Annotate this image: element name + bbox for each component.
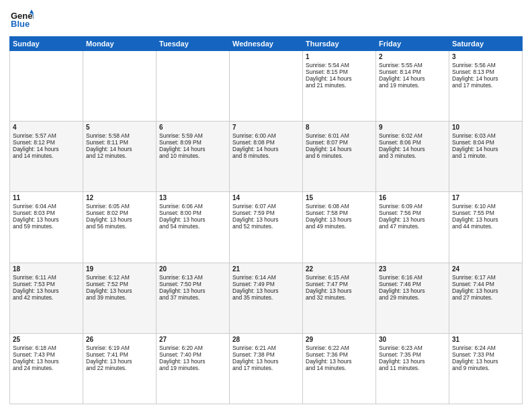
logo-icon: General Blue (9, 7, 34, 31)
calendar-cell: 30Sunrise: 6:23 AMSunset: 7:35 PMDayligh… (376, 333, 449, 404)
day-detail: Sunrise: 6:22 AM (306, 345, 373, 351)
day-detail: Sunset: 8:13 PM (452, 68, 519, 75)
day-number: 6 (159, 124, 226, 131)
day-detail: Sunrise: 6:23 AM (379, 345, 446, 351)
logo: General Blue (9, 7, 34, 31)
day-detail: Sunrise: 6:00 AM (232, 132, 300, 139)
calendar-cell: 28Sunrise: 6:21 AMSunset: 7:38 PMDayligh… (230, 333, 303, 404)
calendar-week-row: 25Sunrise: 6:18 AMSunset: 7:43 PMDayligh… (10, 333, 523, 404)
day-number: 15 (306, 194, 373, 201)
day-detail: Sunset: 8:03 PM (13, 210, 80, 216)
day-detail: and 21 minutes. (306, 82, 373, 89)
day-detail: and 10 minutes. (159, 152, 226, 159)
day-detail: Sunrise: 6:18 AM (13, 345, 80, 351)
day-detail: and 22 minutes. (86, 365, 153, 371)
calendar-cell: 26Sunrise: 6:19 AMSunset: 7:41 PMDayligh… (83, 333, 157, 404)
calendar-day-header: Monday (83, 37, 157, 51)
day-detail: Sunrise: 6:01 AM (306, 132, 373, 139)
day-number: 8 (306, 124, 373, 131)
day-detail: Sunrise: 6:03 AM (452, 132, 519, 139)
day-detail: and 17 minutes. (452, 82, 519, 89)
page: General Blue SundayMondayTuesdayWednesda… (0, 0, 532, 411)
day-number: 25 (13, 336, 80, 343)
day-detail: Sunset: 7:43 PM (13, 351, 80, 358)
day-detail: Sunrise: 6:05 AM (86, 203, 153, 210)
day-detail: Sunset: 7:44 PM (452, 281, 519, 287)
day-detail: Sunrise: 5:54 AM (306, 62, 373, 68)
day-detail: Sunrise: 6:07 AM (232, 203, 300, 210)
day-number: 20 (159, 265, 226, 273)
calendar-cell: 17Sunrise: 6:10 AMSunset: 7:55 PMDayligh… (449, 192, 523, 263)
day-detail: Sunrise: 6:17 AM (452, 274, 519, 281)
day-number: 31 (452, 336, 519, 343)
day-detail: Daylight: 14 hours (306, 75, 373, 82)
day-detail: Sunrise: 6:20 AM (159, 345, 226, 351)
day-number: 28 (232, 336, 300, 343)
day-detail: and 52 minutes. (232, 223, 300, 230)
day-detail: and 24 minutes. (13, 365, 80, 371)
calendar-day-header: Sunday (10, 37, 83, 51)
day-number: 14 (232, 194, 300, 201)
calendar-cell: 27Sunrise: 6:20 AMSunset: 7:40 PMDayligh… (157, 333, 230, 404)
day-detail: Sunset: 7:50 PM (159, 281, 226, 287)
day-detail: Daylight: 13 hours (452, 287, 519, 294)
calendar-week-row: 4Sunrise: 5:57 AMSunset: 8:12 PMDaylight… (10, 122, 523, 192)
day-detail: and 8 minutes. (232, 152, 300, 159)
day-detail: Sunset: 7:41 PM (86, 351, 153, 358)
day-detail: Daylight: 14 hours (159, 146, 226, 152)
day-detail: Daylight: 13 hours (232, 216, 300, 223)
calendar-cell: 8Sunrise: 6:01 AMSunset: 8:07 PMDaylight… (303, 122, 376, 192)
day-detail: Sunrise: 6:21 AM (232, 345, 300, 351)
day-detail: and 42 minutes. (13, 294, 80, 301)
day-detail: Sunset: 7:56 PM (379, 210, 446, 216)
day-detail: Sunset: 7:58 PM (306, 210, 373, 216)
day-detail: Daylight: 13 hours (232, 358, 300, 365)
calendar-day-header: Thursday (303, 37, 376, 51)
day-number: 16 (379, 194, 446, 201)
calendar-cell: 5Sunrise: 5:58 AMSunset: 8:11 PMDaylight… (83, 122, 157, 192)
calendar-cell: 31Sunrise: 6:24 AMSunset: 7:33 PMDayligh… (449, 333, 523, 404)
day-detail: and 59 minutes. (13, 223, 80, 230)
day-detail: Daylight: 13 hours (86, 358, 153, 365)
day-detail: and 49 minutes. (306, 223, 373, 230)
calendar-cell: 22Sunrise: 6:15 AMSunset: 7:47 PMDayligh… (303, 263, 376, 333)
day-detail: and 11 minutes. (379, 365, 446, 371)
calendar-cell: 10Sunrise: 6:03 AMSunset: 8:04 PMDayligh… (449, 122, 523, 192)
day-detail: Daylight: 14 hours (452, 146, 519, 152)
day-detail: Daylight: 13 hours (306, 287, 373, 294)
calendar-cell: 3Sunrise: 5:56 AMSunset: 8:13 PMDaylight… (449, 51, 523, 122)
day-detail: Sunrise: 6:15 AM (306, 274, 373, 281)
day-detail: and 19 minutes. (379, 82, 446, 89)
day-detail: Sunset: 8:00 PM (159, 210, 226, 216)
calendar-cell: 16Sunrise: 6:09 AMSunset: 7:56 PMDayligh… (376, 192, 449, 263)
calendar-cell: 24Sunrise: 6:17 AMSunset: 7:44 PMDayligh… (449, 263, 523, 333)
calendar-day-header: Tuesday (157, 37, 230, 51)
day-detail: Sunrise: 6:13 AM (159, 274, 226, 281)
day-detail: and 27 minutes. (452, 294, 519, 301)
day-number: 12 (86, 194, 153, 201)
day-number: 24 (452, 265, 519, 273)
calendar-cell: 29Sunrise: 6:22 AMSunset: 7:36 PMDayligh… (303, 333, 376, 404)
day-detail: Sunset: 7:55 PM (452, 210, 519, 216)
day-number: 11 (13, 194, 80, 201)
calendar-cell: 12Sunrise: 6:05 AMSunset: 8:02 PMDayligh… (83, 192, 157, 263)
day-detail: Sunrise: 6:11 AM (13, 274, 80, 281)
day-detail: Sunset: 8:12 PM (13, 139, 80, 146)
day-detail: and 14 minutes. (13, 152, 80, 159)
day-detail: Sunrise: 6:02 AM (379, 132, 446, 139)
day-detail: Sunset: 7:36 PM (306, 351, 373, 358)
calendar-cell: 14Sunrise: 6:07 AMSunset: 7:59 PMDayligh… (230, 192, 303, 263)
day-detail: Sunset: 7:35 PM (379, 351, 446, 358)
day-detail: and 14 minutes. (306, 365, 373, 371)
day-detail: and 44 minutes. (452, 223, 519, 230)
header: General Blue (9, 7, 523, 31)
calendar-cell: 11Sunrise: 6:04 AMSunset: 8:03 PMDayligh… (10, 192, 83, 263)
day-number: 19 (86, 265, 153, 273)
day-number: 18 (13, 265, 80, 273)
calendar-cell: 15Sunrise: 6:08 AMSunset: 7:58 PMDayligh… (303, 192, 376, 263)
day-detail: Sunrise: 5:58 AM (86, 132, 153, 139)
calendar-week-row: 11Sunrise: 6:04 AMSunset: 8:03 PMDayligh… (10, 192, 523, 263)
day-detail: Sunset: 7:38 PM (232, 351, 300, 358)
day-detail: Sunset: 7:40 PM (159, 351, 226, 358)
day-detail: Sunset: 7:52 PM (86, 281, 153, 287)
